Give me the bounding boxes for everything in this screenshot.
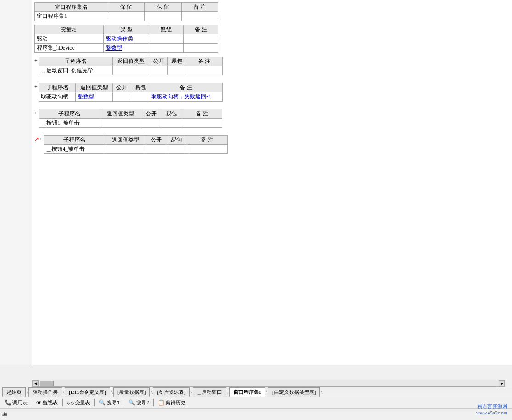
subproc2-table: 子程序名 返回值类型 公开 易包 备 注 取驱动句柄 整数型 取驱动句柄，失败返…: [39, 83, 223, 102]
var-hdevice-type[interactable]: 整数型: [103, 44, 149, 53]
scroll-thumb[interactable]: [40, 381, 54, 386]
sp1-col-ret: 返回值类型: [113, 57, 149, 66]
var-driver-type[interactable]: 驱动操作类: [103, 34, 149, 44]
sep4: [124, 399, 124, 406]
sp2-col-easy: 易包: [131, 83, 149, 92]
search1-btn[interactable]: 🔍 搜寻1: [97, 398, 122, 407]
search2-icon: 🔍: [128, 399, 135, 406]
sp3-col-pub: 公开: [141, 109, 161, 119]
subproc4-table: 子程序名 返回值类型 公开 易包 备 注 ＿按钮4_被单击: [44, 135, 228, 154]
table-row: 窗口程序集1: [35, 12, 218, 21]
tab-label: ＿启动窗口: [197, 389, 222, 396]
scroll-left-arrow[interactable]: ◀: [33, 380, 39, 386]
table-row: ＿按钮4_被单击: [44, 145, 228, 154]
clip-history-btn[interactable]: 📋 剪辑历史: [155, 398, 188, 407]
status-text: 率: [2, 411, 7, 418]
sep2: [62, 399, 63, 406]
monitor-icon: 👁: [36, 399, 42, 406]
tab-driver[interactable]: 驱动操作类: [28, 387, 62, 397]
tab-label: [图片资源表]: [157, 389, 185, 396]
sep3: [94, 399, 95, 406]
call-table-label: 调用表: [12, 399, 28, 406]
tab-d11[interactable]: [D11命令定义表]: [65, 387, 110, 397]
subproc2-section: + 子程序名 返回值类型 公开 易包 备 注 取驱动句柄 整数型 取驱动句柄，失…: [34, 83, 510, 105]
driver-type-link[interactable]: 驱动操作类: [106, 35, 133, 42]
sp2-col-pub: 公开: [113, 83, 131, 92]
subproc1-section: + 子程序名 返回值类型 公开 易包 备 注 ＿启动窗口_创建完毕: [34, 57, 510, 79]
tab-label: 驱动操作类: [33, 389, 58, 396]
sp1-easy-cell: [168, 66, 186, 75]
tab-const[interactable]: [常量数据表]: [113, 387, 150, 397]
table-row: ＿按钮1_被单击: [39, 119, 222, 128]
sp1-note-cell: [186, 66, 223, 75]
sp1-col-name: 子程序名: [39, 57, 113, 66]
tab-label: [自定义数据类型表]: [272, 389, 316, 396]
keep1-cell: [108, 12, 145, 21]
expand-btn-1[interactable]: +: [34, 57, 37, 63]
sp2-note-cell[interactable]: 取驱动句柄，失败返回-1: [149, 92, 223, 102]
var-driver: 驱动: [35, 34, 104, 44]
sp4-note-cell: [187, 145, 228, 154]
arrow-indicator: ↗: [34, 136, 39, 143]
tab-startup-window[interactable]: ＿启动窗口: [193, 387, 226, 397]
sp4-col-note: 备 注: [187, 136, 228, 145]
col-remark: 备 注: [184, 25, 218, 34]
note-cell: [182, 12, 218, 21]
sp3-col-name: 子程序名: [39, 109, 100, 119]
int-type-link[interactable]: 整数型: [106, 45, 122, 51]
call-table-btn[interactable]: 📞 调用表: [2, 398, 30, 407]
sp2-note-link[interactable]: 取驱动句柄，失败返回-1: [151, 93, 211, 100]
sp4-col-ret: 返回值类型: [105, 136, 146, 145]
tab-sep-8: \: [321, 387, 322, 397]
sp3-note-cell: [182, 119, 222, 128]
tab-label: [常量数据表]: [117, 389, 146, 396]
tab-qishiye[interactable]: 起始页: [2, 387, 26, 397]
var-hdevice: 程序集_hDevice: [35, 44, 104, 53]
monitor-table-btn[interactable]: 👁 监视表: [34, 398, 60, 407]
subproc1-table: 子程序名 返回值类型 公开 易包 备 注 ＿启动窗口_创建完毕: [39, 57, 223, 75]
horizontal-scrollbar[interactable]: ◀ ▶: [32, 380, 505, 387]
var-table-btn[interactable]: ◇◇ 变量表: [64, 398, 92, 407]
sp2-col-ret: 返回值类型: [76, 83, 113, 92]
watermark: 易语言资源网 www.e5a5x.net: [476, 403, 507, 415]
tab-window-prog[interactable]: 窗口程序集1: [229, 387, 266, 397]
sp3-col-note: 备 注: [182, 109, 222, 119]
search2-btn[interactable]: 🔍 搜寻2: [126, 398, 151, 407]
monitor-label: 监视表: [43, 399, 58, 406]
table-row: 程序集_hDevice 整数型: [35, 44, 218, 53]
var-icon: ◇◇: [67, 400, 74, 405]
var-hdevice-note: [184, 44, 218, 53]
sp2-pub-cell: [113, 92, 131, 102]
tab-image[interactable]: [图片资源表]: [153, 387, 189, 397]
sp4-ret-cell: [105, 145, 146, 154]
table-row: ＿启动窗口_创建完毕: [39, 66, 223, 75]
expand-btn-2[interactable]: +: [34, 84, 37, 89]
sp3-col-ret: 返回值类型: [100, 109, 141, 119]
tab-custom-type[interactable]: [自定义数据类型表]: [268, 387, 320, 397]
sp2-name-cell: 取驱动句柄: [39, 92, 76, 102]
sp3-col-easy: 易包: [161, 109, 182, 119]
subproc3-table: 子程序名 返回值类型 公开 易包 备 注 ＿按钮1_被单击: [39, 109, 222, 128]
expand-btn-4[interactable]: +: [40, 136, 42, 142]
sp2-ret-cell[interactable]: 整数型: [76, 92, 113, 102]
table-row: 取驱动句柄 整数型 取驱动句柄，失败返回-1: [39, 92, 223, 102]
sp1-col-easy: 易包: [168, 57, 186, 66]
window-prog-set-table: 窗口程序集名 保 留 保 留 备 注 窗口程序集1: [34, 2, 218, 21]
col-keep2: 保 留: [145, 3, 182, 12]
sp2-ret-link[interactable]: 整数型: [78, 93, 94, 100]
sp2-col-name: 子程序名: [39, 83, 76, 92]
sp1-col-pub: 公开: [149, 57, 168, 66]
watermark-line1: 易语言资源网: [476, 403, 507, 410]
subproc3-section: + 子程序名 返回值类型 公开 易包 备 注 ＿按钮1_被单击: [34, 109, 510, 131]
watermark-line2: www.e5a5x.net: [476, 410, 507, 415]
sp3-pub-cell: [141, 119, 161, 128]
col-keep1: 保 留: [108, 3, 145, 12]
subproc4-section: ↗ + 子程序名 返回值类型 公开 易包 备 注 ＿按钮4_被单击: [34, 135, 510, 158]
sp4-col-pub: 公开: [146, 136, 166, 145]
expand-btn-3[interactable]: +: [34, 110, 37, 115]
status-bar: 率: [0, 409, 512, 420]
window-prog-set-section: 窗口程序集名 保 留 保 留 备 注 窗口程序集1: [34, 2, 510, 21]
sp3-easy-cell: [161, 119, 182, 128]
sp4-easy-cell: [166, 145, 187, 154]
scroll-right-arrow[interactable]: ▶: [499, 380, 505, 386]
